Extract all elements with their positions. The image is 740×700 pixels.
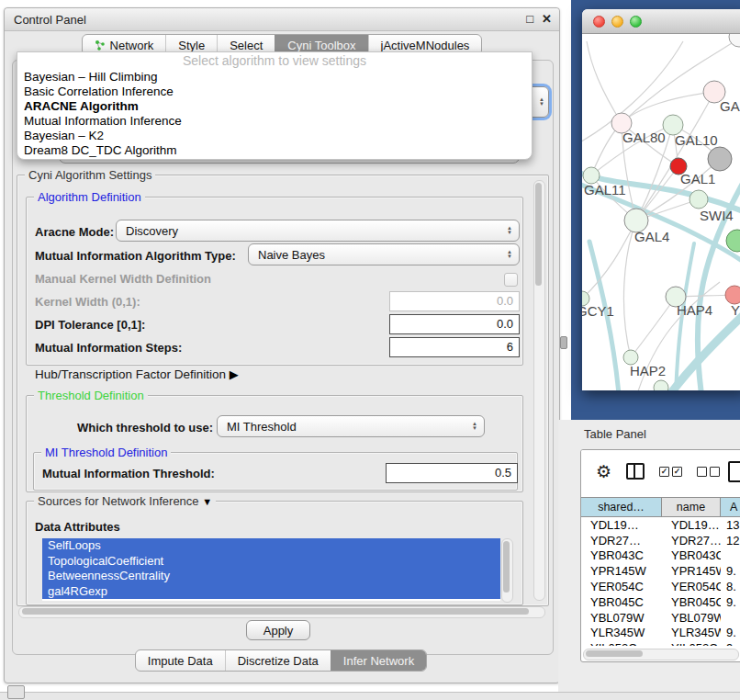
node-label-gal1: GAL1	[680, 171, 715, 186]
column-header-name[interactable]: name	[662, 497, 721, 517]
gear-icon[interactable]: ⚙	[596, 463, 611, 480]
table-row[interactable]: YIL052CYIL052C9.	[581, 640, 740, 646]
table-cell: YLR345W	[581, 626, 662, 639]
apply-button[interactable]: Apply	[246, 620, 310, 640]
network-node[interactable]	[729, 34, 740, 47]
close-icon[interactable]: ✕	[542, 8, 552, 30]
tab-impute-data[interactable]: Impute Data	[136, 650, 225, 671]
mi-steps-field[interactable]: 6	[389, 337, 520, 357]
table-cell: YLR345W	[662, 626, 721, 639]
table-row[interactable]: YDL19…YDL19…13	[581, 517, 740, 533]
node-label-y: Y	[731, 302, 740, 318]
dropdown-item-aracne-algorithm[interactable]: ARACNE Algorithm	[17, 99, 532, 114]
table-cell: 9.	[721, 564, 740, 578]
attribute-item-gal4rgexp[interactable]: gal4RGexp	[42, 584, 500, 600]
mi-type-select[interactable]: Naive Bayes ▲▼	[248, 243, 520, 265]
dropdown-item-mutual-information-inference[interactable]: Mutual Information Inference	[17, 114, 532, 129]
table-cell: YDR27…	[581, 534, 662, 548]
tab-label: Discretize Data	[238, 654, 319, 668]
sources-group-title[interactable]: Sources for Network Inference ▼	[34, 494, 216, 508]
float-window-icon[interactable]: □	[526, 8, 533, 30]
panel-title: Control Panel	[14, 13, 86, 27]
table-row[interactable]: YPR145WYPR145W9.	[581, 563, 740, 579]
attribute-item-topologicalcoefficient[interactable]: TopologicalCoefficient	[42, 554, 500, 570]
table-row[interactable]: YBR045CYBR045C9.	[581, 594, 740, 610]
network-node[interactable]	[654, 380, 668, 390]
table-row[interactable]: YBR043CYBR043C	[581, 548, 740, 564]
network-node[interactable]	[726, 230, 740, 252]
column-header-shared[interactable]: shared…	[581, 497, 662, 517]
mi-threshold-field[interactable]: 0.5	[386, 463, 518, 483]
attributes-scrollbar[interactable]	[501, 538, 513, 603]
bottom-tab-row: Impute DataDiscretize DataInfer Network	[4, 649, 558, 672]
table-row[interactable]: YDR27…YDR27…12	[581, 533, 740, 548]
zoom-traffic-light-icon[interactable]	[630, 16, 642, 28]
select-all-checkboxes-icon[interactable]: ✓✓	[659, 467, 682, 477]
table-cell: YBR043C	[581, 548, 662, 562]
node-label-gal10: GAL10	[675, 132, 718, 148]
dropdown-item-dream8-dc-tdc-algorithm[interactable]: Dream8 DC_TDC Algorithm	[17, 143, 532, 158]
mi-type-value: Naive Bayes	[258, 248, 325, 262]
columns-icon[interactable]	[626, 463, 645, 480]
dropdown-item-bayesian-k2[interactable]: Bayesian – K2	[17, 129, 532, 143]
control-panel-titlebar: Control Panel □ ✕	[5, 8, 559, 31]
algorithm-definition-title: Algorithm Definition	[34, 190, 145, 204]
deselect-all-checkboxes-icon[interactable]	[697, 467, 720, 477]
node-label-hap4: HAP4	[677, 302, 712, 318]
table-horizontal-scrollbar[interactable]	[583, 649, 739, 660]
network-node-swi4[interactable]	[690, 190, 708, 209]
tab-discretize-data[interactable]: Discretize Data	[225, 650, 331, 671]
algorithm-dropdown-popup: Select algorithm to view settings Bayesi…	[17, 51, 533, 160]
kernel-width-field[interactable]: 0.0	[389, 291, 520, 311]
manual-kernel-label: Manual Kernel Width Definition	[35, 272, 211, 286]
panel-splitter-handle[interactable]	[560, 336, 567, 349]
network-window-titlebar	[582, 9, 740, 34]
hub-definition-toggle[interactable]: Hub/Transcription Factor Definition ▶	[35, 367, 239, 381]
table-row[interactable]: YER054CYER054C8.	[581, 579, 740, 594]
thick-edges	[582, 172, 740, 390]
table-panel-title: Table Panel	[584, 427, 646, 441]
settings-horizontal-scrollbar[interactable]	[18, 606, 545, 618]
stepper-icon: ▲▼	[507, 250, 512, 259]
table-cell: 9.	[721, 626, 740, 639]
aracne-mode-label: Aracne Mode:	[35, 225, 114, 239]
dropdown-hint: Select algorithm to view settings	[17, 52, 532, 70]
table-cell: YER054C	[662, 580, 721, 593]
data-attributes-list[interactable]: SelfLoopsTopologicalCoefficientBetweenne…	[42, 538, 500, 601]
expand-right-icon: ▶	[230, 367, 239, 381]
network-node-y[interactable]	[725, 286, 740, 304]
table-cell: 12	[721, 534, 740, 548]
table-cell: 9.	[721, 641, 740, 646]
dock-panel-icon[interactable]	[7, 685, 25, 699]
node-label-gal: GAL	[720, 98, 740, 114]
dropdown-item-basic-correlation-inference[interactable]: Basic Correlation Inference	[17, 85, 532, 99]
manual-kernel-checkbox[interactable]	[504, 273, 518, 287]
attribute-item-betweennesscentrality[interactable]: BetweennessCentrality	[42, 569, 500, 584]
close-traffic-light-icon[interactable]	[593, 16, 605, 28]
which-threshold-label: Which threshold to use:	[77, 421, 213, 435]
attribute-item-selfloops[interactable]: SelfLoops	[42, 538, 500, 554]
network-node[interactable]	[708, 147, 732, 171]
document-icon[interactable]	[728, 461, 740, 482]
node-label-gcy1: GCY1	[582, 303, 614, 319]
table-row[interactable]: YLR345WYLR345W9.	[581, 626, 740, 641]
table-cell: YIL052C	[581, 641, 662, 646]
minimize-traffic-light-icon[interactable]	[611, 16, 623, 28]
dropdown-item-bayesian-hill-climbing[interactable]: Bayesian – Hill Climbing	[17, 70, 532, 85]
mi-steps-label: Mutual Information Steps:	[35, 341, 182, 355]
tab-label: jActiveMNodules	[381, 39, 470, 52]
node-label-gal80: GAL80	[622, 130, 666, 145]
table-row[interactable]: YBL079WYBL079W	[581, 610, 740, 626]
network-canvas[interactable]: GALGAL80GAL10GAL1GAL11SWI4GAL4GCY1HAP4YH…	[582, 34, 740, 390]
settings-group-title: Cyni Algorithm Settings	[25, 168, 155, 182]
settings-vertical-scrollbar[interactable]	[533, 180, 545, 601]
table-header-row: shared…nameA	[581, 497, 740, 517]
aracne-mode-select[interactable]: Discovery ▲▼	[116, 220, 520, 242]
node-label-swi4: SWI4	[700, 208, 734, 223]
dpi-tolerance-field[interactable]: 0.0	[389, 314, 520, 334]
column-header-A[interactable]: A	[721, 497, 740, 517]
table-cell: 8.	[721, 580, 740, 593]
bottom-status-strip	[0, 692, 740, 700]
tab-infer-network[interactable]: Infer Network	[331, 650, 426, 671]
which-threshold-select[interactable]: MI Threshold ▲▼	[217, 415, 485, 437]
